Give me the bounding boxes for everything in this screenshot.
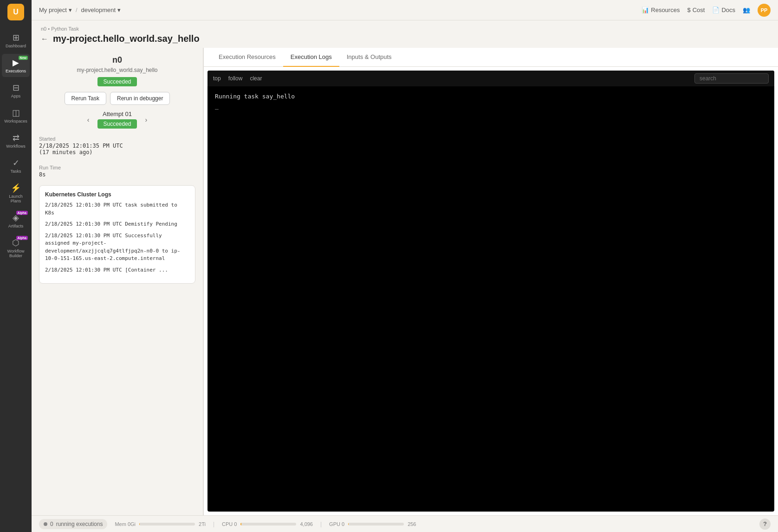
page: n0 • Python Task ← my-project.hello_worl…: [32, 20, 778, 515]
tasks-icon: ✓: [13, 158, 19, 168]
team-nav[interactable]: 👥: [743, 6, 750, 13]
breadcrumb-parent: n0: [41, 26, 46, 32]
next-attempt-button[interactable]: ›: [143, 115, 150, 124]
k8s-log-area[interactable]: 2/18/2025 12:01:30 PM UTC task submitted…: [45, 201, 189, 278]
back-button[interactable]: ←: [41, 35, 48, 43]
log-top-button[interactable]: top: [213, 75, 221, 82]
divider-1: |: [213, 521, 214, 527]
cost-icon: $: [687, 6, 690, 13]
breadcrumb-type: Python Task: [51, 26, 79, 32]
new-badge: New: [19, 56, 28, 60]
sidebar-item-label: Artifacts: [8, 224, 24, 228]
sidebar-item-dashboard[interactable]: ⊞ Dashboard: [2, 29, 30, 52]
page-title-row: ← my-project.hello_world.say_hello: [41, 33, 769, 44]
sidebar-item-workspaces[interactable]: ◫ Workspaces: [2, 104, 30, 127]
sidebar-item-executions[interactable]: ▶ Executions New: [2, 54, 30, 77]
sidebar-item-workflows[interactable]: ⇄ Workflows: [2, 129, 30, 152]
running-count: 0: [50, 521, 53, 527]
cpu-meter: CPU 0 4,096: [222, 521, 313, 527]
runtime-value: 8s: [39, 171, 195, 178]
project-name: My project: [39, 6, 67, 13]
resources-nav[interactable]: 📊 Resources: [642, 6, 680, 13]
docs-label: Docs: [721, 6, 735, 13]
rerun-task-button[interactable]: Rerun Task: [65, 92, 106, 105]
gpu-label: GPU 0: [329, 521, 344, 527]
sidebar-item-label: Apps: [11, 94, 21, 98]
env-selector[interactable]: development ▾: [81, 6, 121, 13]
running-dot: [44, 522, 47, 526]
resources-icon: 📊: [642, 6, 649, 13]
running-label: running executions: [56, 521, 103, 527]
sidebar-item-label: Workflow Builder: [4, 249, 28, 258]
resources-label: Resources: [651, 6, 680, 13]
k8s-log-entry: 2/18/2025 12:01:30 PM UTC task submitted…: [45, 201, 189, 217]
help-button[interactable]: ?: [759, 519, 771, 530]
cpu-fill: [240, 523, 241, 526]
sidebar-item-label: Workflows: [6, 144, 25, 149]
attempt-status-badge: Succeeded: [97, 119, 136, 129]
prev-attempt-button[interactable]: ‹: [84, 115, 92, 124]
started-date: 2/18/2025 12:01:35 PM UTC: [39, 143, 195, 149]
left-panel: n0 my-project.hello_world.say_hello Succ…: [32, 48, 203, 515]
attempt-nav: ‹ Attempt 01 Succeeded ›: [39, 110, 195, 129]
action-buttons: Rerun Task Rerun in debugger: [39, 92, 195, 105]
breadcrumb: n0 • Python Task: [41, 26, 769, 32]
sidebar-item-label: Launch Plans: [4, 194, 28, 203]
k8s-log-entry: 2/18/2025 12:01:30 PM UTC Successfully a…: [45, 232, 189, 263]
project-selector[interactable]: My project ▾: [39, 6, 72, 13]
docs-icon: 📄: [712, 6, 720, 13]
main-content: My project ▾ / development ▾ 📊 Resources…: [32, 0, 778, 532]
sidebar-item-label: Executions: [6, 69, 26, 73]
sidebar-item-label: Workspaces: [4, 119, 27, 123]
launch-plans-icon: ⚡: [11, 183, 21, 193]
app-logo[interactable]: U: [7, 4, 24, 20]
page-title: my-project.hello_world.say_hello: [53, 33, 200, 44]
tab-execution-resources[interactable]: Execution Resources: [211, 48, 283, 67]
topbar-separator: /: [76, 6, 78, 13]
sidebar-item-label: Tasks: [10, 169, 21, 174]
sidebar-item-apps[interactable]: ⊟ Apps: [2, 79, 30, 102]
cpu-max: 4,096: [300, 521, 313, 527]
log-cursor: _: [215, 102, 767, 111]
right-panel: Execution Resources Execution Logs Input…: [203, 48, 778, 515]
sidebar-item-workflow-builder[interactable]: ⬡ Workflow Builder Alpha: [2, 234, 30, 262]
started-label: Started: [39, 136, 195, 142]
user-avatar[interactable]: PP: [758, 4, 771, 17]
log-search-input[interactable]: [694, 73, 769, 84]
cost-nav[interactable]: $ Cost: [687, 6, 705, 13]
mem-max: 2Ti: [199, 521, 206, 527]
sidebar: U ⊞ Dashboard ▶ Executions New ⊟ Apps ◫ …: [0, 0, 32, 532]
log-follow-button[interactable]: follow: [228, 75, 243, 82]
content-area: n0 my-project.hello_world.say_hello Succ…: [32, 48, 778, 515]
log-line: Running task say_hello: [215, 92, 767, 102]
gpu-bar: [348, 523, 404, 526]
mem-fill: [139, 523, 140, 526]
alpha-badge: Alpha: [16, 236, 28, 240]
cost-label: Cost: [693, 6, 705, 13]
sidebar-item-launch-plans[interactable]: ⚡ Launch Plans: [2, 179, 30, 207]
started-section: Started 2/18/2025 12:01:35 PM UTC (17 mi…: [39, 134, 195, 157]
log-clear-button[interactable]: clear: [250, 75, 262, 82]
sidebar-item-tasks[interactable]: ✓ Tasks: [2, 154, 30, 177]
status-badge: Succeeded: [97, 77, 136, 86]
k8s-title: Kubernetes Cluster Logs: [45, 191, 189, 198]
runtime-label: Run Time: [39, 165, 195, 170]
rerun-debugger-button[interactable]: Rerun in debugger: [110, 92, 170, 105]
executions-icon: ▶: [13, 58, 19, 68]
env-chevron-icon: ▾: [117, 6, 121, 13]
runtime-section: Run Time 8s: [39, 163, 195, 180]
docs-nav[interactable]: 📄 Docs: [712, 6, 735, 13]
gpu-meter: GPU 0 256: [329, 521, 416, 527]
tab-execution-logs[interactable]: Execution Logs: [283, 48, 339, 67]
project-chevron-icon: ▾: [69, 6, 72, 13]
tab-inputs-outputs[interactable]: Inputs & Outputs: [339, 48, 399, 67]
workflows-icon: ⇄: [13, 133, 19, 143]
sidebar-item-artifacts[interactable]: ◈ Artifacts Alpha: [2, 209, 30, 232]
env-name: development: [81, 6, 116, 13]
started-ago: (17 minutes ago): [39, 149, 195, 156]
task-info: n0 my-project.hello_world.say_hello Succ…: [39, 55, 195, 86]
cpu-label: CPU 0: [222, 521, 237, 527]
mem-meter: Mem 0Gi 2Ti: [115, 521, 206, 527]
gpu-max: 256: [408, 521, 416, 527]
topbar-right: 📊 Resources $ Cost 📄 Docs 👥 PP: [642, 4, 771, 17]
